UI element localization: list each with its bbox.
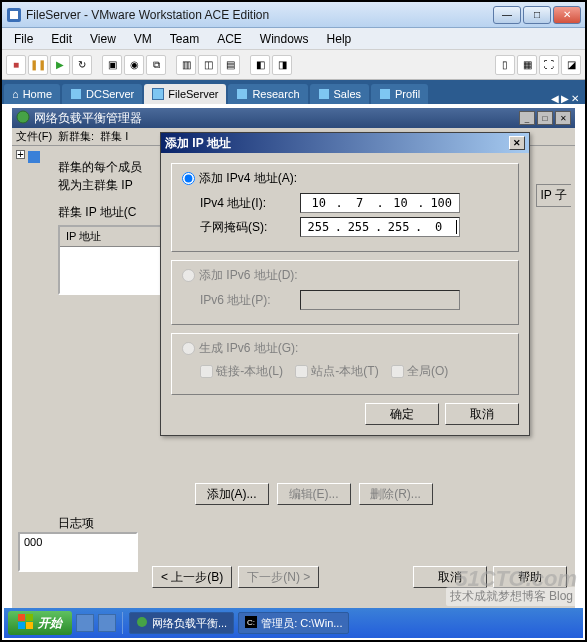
- edit-button: 编辑(E)...: [277, 483, 351, 505]
- tab-research[interactable]: Research: [228, 84, 307, 104]
- ipv4-radio[interactable]: [182, 172, 195, 185]
- tab-scroll-right-icon[interactable]: ▶: [561, 93, 569, 104]
- vmware-titlebar: FileServer - VMware Workstation ACE Edit…: [2, 2, 585, 28]
- close-button[interactable]: ✕: [553, 6, 581, 24]
- dialog-title: 添加 IP 地址: [165, 135, 231, 152]
- cancel-button[interactable]: 取消: [445, 403, 519, 425]
- svg-rect-3: [28, 151, 40, 163]
- tab-sales[interactable]: Sales: [310, 84, 370, 104]
- start-button[interactable]: 开始: [8, 611, 72, 635]
- sidebar-toggle-icon[interactable]: ▯: [495, 55, 515, 75]
- monitor-icon: [236, 88, 248, 100]
- power-off-icon[interactable]: ■: [6, 55, 26, 75]
- ipv6-address-input: [300, 290, 460, 310]
- toolbar-icon-b[interactable]: ◫: [198, 55, 218, 75]
- fullscreen-icon[interactable]: ⛶: [539, 55, 559, 75]
- menu-edit[interactable]: Edit: [43, 30, 80, 48]
- toolbar-icon-d[interactable]: ◧: [250, 55, 270, 75]
- taskbar-item-nlb[interactable]: 网络负载平衡...: [129, 612, 234, 634]
- help-button[interactable]: 帮助: [493, 566, 567, 588]
- menu-vm[interactable]: VM: [126, 30, 160, 48]
- svg-rect-5: [26, 614, 33, 621]
- wizard-cancel-button[interactable]: 取消: [413, 566, 487, 588]
- tree-cluster-icon: [27, 150, 41, 170]
- quick-launch-2[interactable]: [98, 614, 116, 632]
- maximize-button[interactable]: □: [523, 6, 551, 24]
- reset-icon[interactable]: ↻: [72, 55, 92, 75]
- cmd-task-icon: C:: [245, 616, 257, 630]
- dialog-close-button[interactable]: ✕: [509, 136, 525, 150]
- nlb-menu-new-cluster: 新群集:: [58, 129, 94, 144]
- nlb-tree[interactable]: +: [16, 150, 46, 170]
- ipv6-address-label: IPv6 地址(P):: [200, 292, 300, 309]
- monitor-icon: [70, 88, 82, 100]
- tab-fileserver[interactable]: FileServer: [144, 84, 226, 104]
- vmware-title: FileServer - VMware Workstation ACE Edit…: [26, 8, 493, 22]
- toolbar-icon-e[interactable]: ◨: [272, 55, 292, 75]
- ip-sub-column: IP 子: [536, 184, 571, 207]
- ipv6-group: 添加 IPv6 地址(D): IPv6 地址(P):: [171, 260, 519, 325]
- menu-windows[interactable]: Windows: [252, 30, 317, 48]
- menu-team[interactable]: Team: [162, 30, 207, 48]
- add-ip-dialog: 添加 IP 地址 ✕ 添加 IPv4 地址(A): IPv4 地址(I): 10…: [160, 132, 530, 436]
- windows-logo-icon: [18, 614, 34, 633]
- unity-icon[interactable]: ◪: [561, 55, 581, 75]
- nlb-close-button[interactable]: ✕: [555, 111, 571, 125]
- vmware-app-icon: [6, 7, 22, 23]
- next-button: 下一步(N) >: [238, 566, 319, 588]
- toolbar-icon-c[interactable]: ▤: [220, 55, 240, 75]
- tab-profil[interactable]: Profil: [371, 84, 428, 104]
- vm-tabstrip: ⌂Home DCServer FileServer Research Sales…: [2, 80, 585, 104]
- ipv6-radio-label: 添加 IPv6 地址(D):: [199, 267, 298, 284]
- svg-rect-7: [26, 622, 33, 629]
- svg-text:C:: C:: [247, 618, 255, 627]
- wizard-button-row: < 上一步(B) 下一步(N) > 取消 帮助: [152, 566, 567, 588]
- vmware-menubar: File Edit View VM Team ACE Windows Help: [2, 28, 585, 50]
- log-row: 000: [24, 536, 42, 548]
- nlb-menu-file[interactable]: 文件(F): [16, 129, 52, 144]
- gen-ipv6-radio-label: 生成 IPv6 地址(G):: [199, 340, 298, 357]
- svg-rect-1: [10, 11, 18, 19]
- ipv6-radio: [182, 269, 195, 282]
- delete-button: 删除(R)...: [359, 483, 433, 505]
- nlb-maximize-button[interactable]: □: [537, 111, 553, 125]
- monitor-icon: [318, 88, 330, 100]
- log-label: 日志项: [58, 515, 569, 532]
- tree-expand-icon[interactable]: +: [16, 150, 25, 159]
- col-ip-header: IP 地址: [66, 229, 101, 244]
- subnet-mask-input[interactable]: 255. 255. 255. 0: [300, 217, 460, 237]
- back-button[interactable]: < 上一步(B): [152, 566, 232, 588]
- menu-view[interactable]: View: [82, 30, 124, 48]
- nlb-minimize-button[interactable]: _: [519, 111, 535, 125]
- nlb-menu-cluster[interactable]: 群集 I: [100, 129, 128, 144]
- thumbnail-icon[interactable]: ▦: [517, 55, 537, 75]
- ok-button[interactable]: 确定: [365, 403, 439, 425]
- link-local-checkbox: [200, 365, 213, 378]
- minimize-button[interactable]: —: [493, 6, 521, 24]
- menu-ace[interactable]: ACE: [209, 30, 250, 48]
- snapshot-icon[interactable]: ▣: [102, 55, 122, 75]
- global-checkbox: [391, 365, 404, 378]
- subnet-mask-label: 子网掩码(S):: [200, 219, 300, 236]
- pause-icon[interactable]: ❚❚: [28, 55, 48, 75]
- monitor-icon: [152, 88, 164, 100]
- tab-dcserver[interactable]: DCServer: [62, 84, 142, 104]
- tab-home[interactable]: ⌂Home: [4, 84, 60, 104]
- site-local-checkbox: [295, 365, 308, 378]
- home-icon: ⌂: [12, 88, 19, 100]
- nlb-titlebar: 网络负载平衡管理器 _ □ ✕: [12, 108, 575, 128]
- tab-close-icon[interactable]: ✕: [571, 93, 579, 104]
- play-icon[interactable]: ▶: [50, 55, 70, 75]
- log-table[interactable]: 000: [18, 532, 138, 572]
- tab-scroll-left-icon[interactable]: ◀: [551, 93, 559, 104]
- menu-help[interactable]: Help: [319, 30, 360, 48]
- add-button[interactable]: 添加(A)...: [195, 483, 269, 505]
- taskbar-item-cmd[interactable]: C: 管理员: C:\Win...: [238, 612, 349, 634]
- snapshot-take-icon[interactable]: ◉: [124, 55, 144, 75]
- menu-file[interactable]: File: [6, 30, 41, 48]
- ipv4-address-input[interactable]: 10. 7. 10. 100: [300, 193, 460, 213]
- toolbar-icon-a[interactable]: ▥: [176, 55, 196, 75]
- ipv4-address-label: IPv4 地址(I):: [200, 195, 300, 212]
- quick-launch-1[interactable]: [76, 614, 94, 632]
- snapshot-mgr-icon[interactable]: ⧉: [146, 55, 166, 75]
